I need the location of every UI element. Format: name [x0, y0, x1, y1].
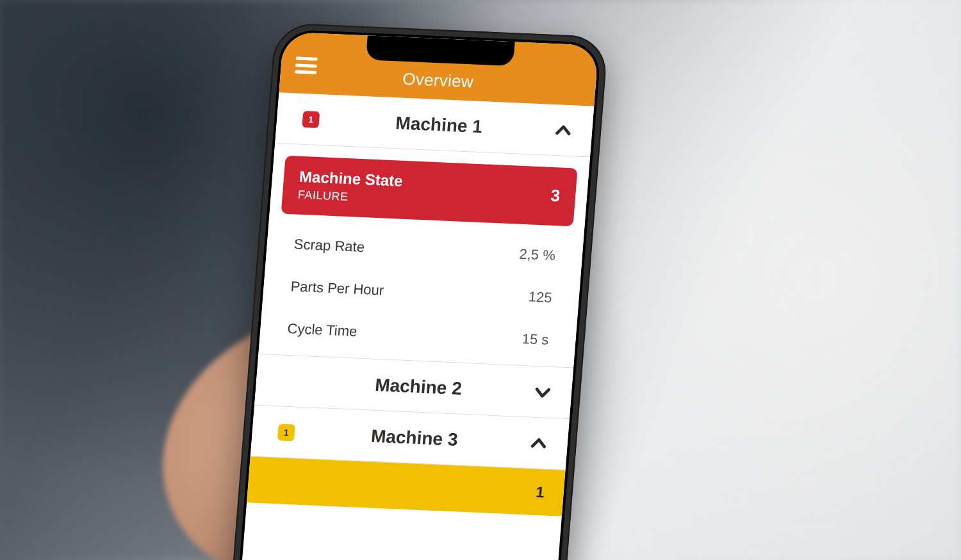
- machine-name: Machine 2: [303, 372, 534, 402]
- alert-value: 1: [535, 483, 545, 501]
- menu-icon[interactable]: [295, 56, 318, 74]
- phone-bezel: Overview 1 Machine 1 Machine State FA: [233, 29, 602, 560]
- page-title: Overview: [402, 69, 474, 92]
- machine-state-code: 3: [550, 186, 561, 206]
- alert-badge: 1: [302, 110, 320, 128]
- phone-case: Overview 1 Machine 1 Machine State FA: [226, 22, 609, 560]
- chevron-up-icon: [553, 120, 573, 140]
- machine-state-card[interactable]: Machine State FAILURE 3: [281, 156, 578, 227]
- alert-badge: 1: [277, 424, 295, 441]
- phone: Overview 1 Machine 1 Machine State FA: [226, 22, 609, 560]
- metric-label: Parts Per Hour: [290, 278, 529, 305]
- machine-name: Machine 1: [324, 110, 554, 140]
- chevron-up-icon: [529, 433, 549, 453]
- machine-panel-1: Machine State FAILURE 3 Scrap Rate 2,5 %…: [258, 144, 590, 368]
- chevron-down-icon: [532, 382, 553, 402]
- machine-name: Machine 3: [299, 422, 530, 453]
- badge-placeholder: [282, 381, 299, 381]
- phone-screen: Overview 1 Machine 1 Machine State FA: [236, 32, 599, 560]
- metric-label: Scrap Rate: [293, 236, 520, 262]
- metric-value: 15 s: [522, 331, 550, 349]
- metric-value: 2,5 %: [519, 246, 556, 264]
- metric-label: Cycle Time: [287, 320, 523, 347]
- metric-value: 125: [528, 288, 553, 306]
